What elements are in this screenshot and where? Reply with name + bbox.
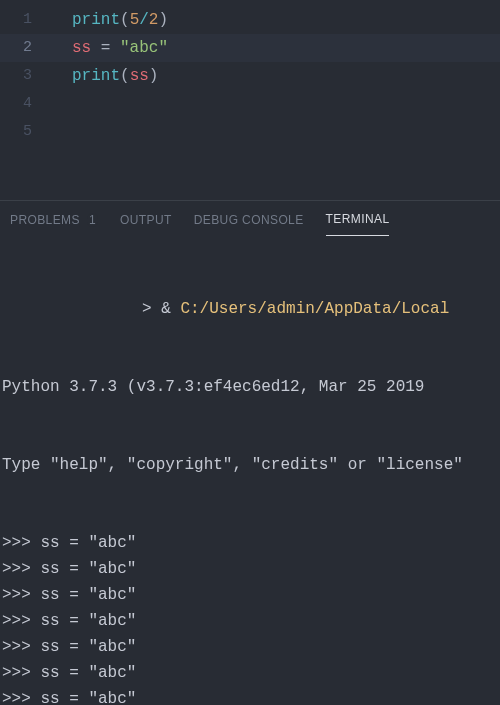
line-number: 3 — [0, 62, 52, 90]
terminal-output-line: >>> ss = "abc" — [0, 634, 500, 660]
line-number: 5 — [0, 118, 52, 146]
tab-problems-label: PROBLEMS — [10, 213, 80, 227]
code-content[interactable]: print(ss) — [52, 62, 158, 90]
terminal-output-line: Python 3.7.3 (v3.7.3:ef4ec6ed12, Mar 25 … — [0, 374, 500, 400]
tab-debug-label: DEBUG CONSOLE — [194, 213, 304, 227]
code-line[interactable]: 3print(ss) — [0, 62, 500, 90]
tab-debug-console[interactable]: DEBUG CONSOLE — [194, 201, 304, 236]
panel-tabs: PROBLEMS 1 OUTPUT DEBUG CONSOLE TERMINAL — [0, 200, 500, 236]
code-editor[interactable]: 1print(5/2)2ss = "abc"3print(ss)45 — [0, 0, 500, 200]
tab-terminal[interactable]: TERMINAL — [326, 201, 390, 236]
line-number: 1 — [0, 6, 52, 34]
line-number: 2 — [0, 34, 52, 62]
code-content[interactable] — [52, 118, 72, 146]
tab-output[interactable]: OUTPUT — [120, 201, 172, 236]
terminal-output-line: >>> ss = "abc" — [0, 608, 500, 634]
tab-problems[interactable]: PROBLEMS 1 — [10, 201, 98, 236]
terminal-panel[interactable]: > & C:/Users/admin/AppData/Local Python … — [0, 236, 500, 705]
terminal-output-line: Type "help", "copyright", "credits" or "… — [0, 452, 500, 478]
code-content[interactable]: print(5/2) — [52, 6, 168, 34]
code-line[interactable]: 5 — [0, 118, 500, 146]
terminal-output-line: >>> ss = "abc" — [0, 556, 500, 582]
code-content[interactable]: ss = "abc" — [52, 34, 168, 62]
terminal-command-line: > & C:/Users/admin/AppData/Local — [0, 296, 500, 322]
terminal-output-line: >>> ss = "abc" — [0, 530, 500, 556]
code-line[interactable]: 4 — [0, 90, 500, 118]
tab-output-label: OUTPUT — [120, 213, 172, 227]
code-content[interactable] — [52, 90, 72, 118]
code-line[interactable]: 2ss = "abc" — [0, 34, 500, 62]
line-number: 4 — [0, 90, 52, 118]
tab-terminal-label: TERMINAL — [326, 212, 390, 226]
problems-count-badge: 1 — [87, 213, 98, 227]
terminal-output-line: >>> ss = "abc" — [0, 582, 500, 608]
code-line[interactable]: 1print(5/2) — [0, 6, 500, 34]
terminal-output-line: >>> ss = "abc" — [0, 686, 500, 705]
terminal-output-line: >>> ss = "abc" — [0, 660, 500, 686]
